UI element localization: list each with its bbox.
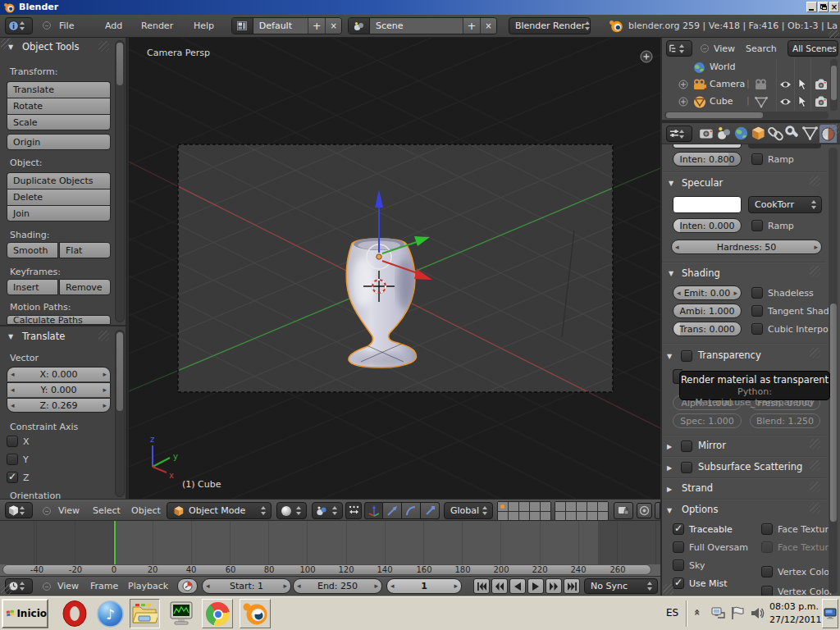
add-view-widget[interactable] <box>641 51 652 62</box>
manipulator-extra-button[interactable] <box>421 502 440 519</box>
pivot-dropdown[interactable] <box>312 502 343 519</box>
render-restrict-icon[interactable] <box>815 96 828 107</box>
remove-keyframe-button[interactable]: Remove <box>59 279 111 295</box>
play-button[interactable] <box>527 578 544 594</box>
layers-grid-2[interactable] <box>555 501 609 521</box>
rotate-button[interactable]: Rotate <box>7 98 111 114</box>
itunes-icon[interactable]: ♪ <box>97 600 124 628</box>
opera-icon[interactable] <box>61 600 89 628</box>
transparency-title[interactable]: Transparency <box>698 349 761 361</box>
outliner-row-world[interactable]: World <box>662 59 840 76</box>
editor-type-properties-button[interactable] <box>666 126 692 142</box>
mirror-collapse-icon[interactable]: ▶ <box>667 443 672 450</box>
toolshelf-scrollbar[interactable] <box>115 40 125 322</box>
panel-drag-grip[interactable] <box>810 439 820 450</box>
panel-drag-grip[interactable] <box>810 460 820 471</box>
sky-checkbox[interactable] <box>673 559 684 571</box>
selectable-icon[interactable] <box>798 96 807 107</box>
timeline-editor[interactable]: -40 -20 0 20 40 60 80 100 120 140 160 18… <box>0 521 660 576</box>
shading-collapse-icon[interactable]: ▼ <box>669 270 673 277</box>
tangent-checkbox[interactable] <box>751 305 763 317</box>
emit-slider[interactable]: Emit: 0.00 <box>673 285 742 300</box>
constraint-y-checkbox[interactable] <box>7 454 18 465</box>
vector-x-field[interactable]: X: 0.000 <box>7 367 111 381</box>
tab-world[interactable] <box>733 126 749 144</box>
tray-flag-icon[interactable] <box>730 605 744 621</box>
hide-icon[interactable] <box>779 80 792 89</box>
duplicate-objects-button[interactable]: Duplicate Objects <box>7 172 111 189</box>
scale-button[interactable]: Scale <box>7 114 111 130</box>
tab-object[interactable] <box>751 126 766 144</box>
jump-end-button[interactable] <box>564 578 580 594</box>
manipulator-translate-button[interactable] <box>364 502 383 519</box>
expand-icon[interactable] <box>678 80 688 89</box>
jump-start-button[interactable] <box>473 578 490 594</box>
specular-collapse-icon[interactable]: ▼ <box>669 180 673 187</box>
scene-delete-button[interactable]: × <box>480 18 496 34</box>
orientation-dropdown[interactable]: Global <box>444 502 493 519</box>
current-frame-field[interactable]: 1 <box>386 578 462 594</box>
calculate-paths-button[interactable]: Calculate Paths <box>7 315 111 325</box>
outliner-menu-view[interactable]: View <box>714 43 735 54</box>
scene-add-button[interactable]: + <box>463 18 480 34</box>
hide-icon[interactable] <box>779 97 792 107</box>
tab-modifiers[interactable] <box>785 126 801 144</box>
frame-end-field[interactable]: End: 250 <box>293 578 382 594</box>
full-oversample-checkbox[interactable] <box>673 541 684 553</box>
region-grip[interactable] <box>829 124 839 135</box>
view3d-menu-view[interactable]: View <box>58 505 80 516</box>
sss-title[interactable]: Subsurface Scattering <box>698 461 802 472</box>
outliner-filter-dropdown[interactable]: All Scenes <box>788 40 838 57</box>
timeline-menu-view[interactable]: View <box>57 581 79 591</box>
panel-drag-grip[interactable] <box>98 331 109 341</box>
strand-collapse-icon[interactable]: ▶ <box>667 486 672 493</box>
close-button[interactable]: × <box>829 2 839 12</box>
translucency-slider[interactable]: Trans: 0.000 <box>673 322 742 336</box>
specular-transp-slider[interactable]: Spec: 1.000 <box>673 413 742 428</box>
selectable-icon[interactable] <box>798 79 807 90</box>
flat-button[interactable]: Flat <box>59 242 111 258</box>
outliner-vscrollbar[interactable] <box>830 59 838 111</box>
menu-add[interactable]: Add <box>105 21 122 31</box>
vertex-color-light-checkbox[interactable] <box>761 586 773 596</box>
editor-type-info-button[interactable]: i <box>5 17 33 34</box>
screen-layout-value[interactable]: Default <box>253 18 308 34</box>
vertex-color-paint-checkbox[interactable] <box>761 566 773 578</box>
outliner-item-label[interactable]: Camera <box>710 79 745 89</box>
screen-layout-icon[interactable] <box>232 18 253 34</box>
folder-button[interactable] <box>130 599 160 628</box>
screen-layout-add-button[interactable]: + <box>308 18 325 34</box>
language-indicator[interactable]: ES <box>666 607 678 619</box>
specular-color-swatch[interactable] <box>673 196 742 213</box>
diffuse-intensity-slider[interactable]: Inten: 0.800 <box>673 152 742 167</box>
insert-keyframe-button[interactable]: Insert <box>7 279 58 295</box>
face-texture-alpha-checkbox[interactable] <box>761 541 773 553</box>
cubic-checkbox[interactable] <box>751 323 763 335</box>
hardness-slider[interactable]: Hardness: 50 <box>671 240 822 254</box>
constraint-z-checkbox[interactable] <box>7 472 18 483</box>
shadeless-checkbox[interactable] <box>751 287 763 299</box>
transparency-checkbox[interactable] <box>681 350 692 362</box>
transparency-collapse-icon[interactable]: ▼ <box>667 353 672 360</box>
translate-panel-title[interactable]: Translate <box>22 331 65 342</box>
shading-title[interactable]: Shading <box>682 267 720 279</box>
snap-button[interactable] <box>655 502 660 519</box>
traceable-checkbox[interactable] <box>673 523 684 535</box>
manipulator-toggle[interactable] <box>345 502 362 519</box>
show-desktop-button[interactable] <box>822 599 838 628</box>
minimize-button[interactable] <box>806 2 817 12</box>
render-restrict-icon[interactable] <box>815 79 828 90</box>
collapse-menus-icon[interactable] <box>43 21 51 30</box>
outliner-menu-search[interactable]: Search <box>746 43 777 54</box>
timeline-menu-playback[interactable]: Playback <box>128 581 168 591</box>
outliner-hscrollbar[interactable] <box>664 112 829 119</box>
redo-panel-scrollbar[interactable] <box>115 330 125 497</box>
panel-drag-grip[interactable] <box>810 482 820 492</box>
region-grip[interactable] <box>663 584 673 595</box>
panel-drag-grip[interactable] <box>810 176 820 186</box>
panel-drag-grip[interactable] <box>98 41 109 52</box>
ambient-slider[interactable]: Ambi: 1.000 <box>673 304 742 318</box>
chrome-button[interactable] <box>202 599 233 628</box>
prev-keyframe-button[interactable] <box>491 578 508 594</box>
mode-dropdown[interactable]: Object Mode <box>167 502 272 519</box>
